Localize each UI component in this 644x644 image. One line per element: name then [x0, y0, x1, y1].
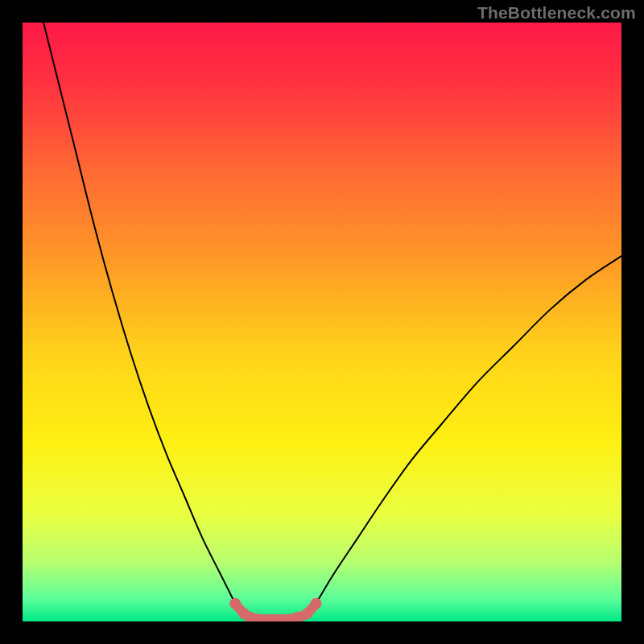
chart-background — [23, 23, 621, 621]
attribution-label: TheBottleneck.com — [477, 3, 636, 23]
chart-plot-area — [23, 23, 621, 621]
marker — [311, 598, 322, 609]
marker — [301, 608, 312, 619]
chart-svg — [23, 23, 621, 621]
chart-frame: TheBottleneck.com — [0, 0, 644, 644]
marker — [229, 598, 241, 609]
